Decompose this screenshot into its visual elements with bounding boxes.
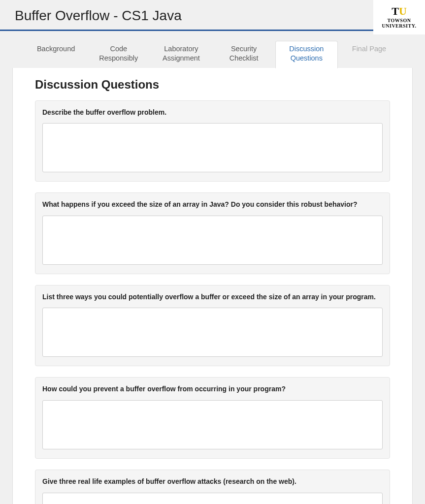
header: Buffer Overflow - CS1 Java TU TOWSON UNI… bbox=[0, 0, 425, 31]
question-box: Give three real life examples of buffer … bbox=[35, 470, 390, 504]
tab-background[interactable]: Background bbox=[25, 41, 87, 68]
tab-code-responsibly[interactable]: Code Responsibly bbox=[87, 41, 150, 68]
logo-text: TOWSON UNIVERSITY. bbox=[382, 18, 417, 29]
answer-input[interactable] bbox=[42, 493, 383, 504]
answer-input[interactable] bbox=[42, 400, 383, 449]
logo-line2: UNIVERSITY. bbox=[382, 23, 417, 29]
logo-line1: TOWSON bbox=[382, 18, 417, 23]
answer-input[interactable] bbox=[42, 216, 383, 265]
question-prompt: What happens if you exceed the size of a… bbox=[42, 200, 383, 210]
question-box: How could you prevent a buffer overflow … bbox=[35, 377, 390, 459]
tab-laboratory-assignment[interactable]: Laboratory Assignment bbox=[150, 41, 212, 68]
logo-letter-t: T bbox=[392, 6, 399, 17]
content-panel: Discussion Questions Describe the buffer… bbox=[12, 68, 413, 504]
tab-final-page[interactable]: Final Page bbox=[338, 41, 400, 68]
question-box: What happens if you exceed the size of a… bbox=[35, 192, 390, 274]
logo-tu-icon: TU bbox=[392, 6, 407, 17]
towson-logo: TU TOWSON UNIVERSITY. bbox=[373, 0, 425, 34]
question-prompt: Describe the buffer overflow problem. bbox=[42, 108, 383, 118]
answer-input[interactable] bbox=[42, 123, 383, 172]
page-title: Buffer Overflow - CS1 Java bbox=[15, 8, 410, 24]
question-box: List three ways you could potentially ov… bbox=[35, 285, 390, 367]
tab-bar: Background Code Responsibly Laboratory A… bbox=[0, 31, 425, 68]
answer-input[interactable] bbox=[42, 308, 383, 357]
question-prompt: Give three real life examples of buffer … bbox=[42, 477, 383, 487]
question-box: Describe the buffer overflow problem. bbox=[35, 100, 390, 182]
logo-letter-u: U bbox=[399, 6, 407, 17]
tab-security-checklist[interactable]: Security Checklist bbox=[213, 41, 275, 68]
question-prompt: List three ways you could potentially ov… bbox=[42, 292, 383, 302]
tab-discussion-questions[interactable]: Discussion Questions bbox=[275, 41, 338, 68]
question-prompt: How could you prevent a buffer overflow … bbox=[42, 384, 383, 394]
section-heading: Discussion Questions bbox=[35, 78, 390, 92]
